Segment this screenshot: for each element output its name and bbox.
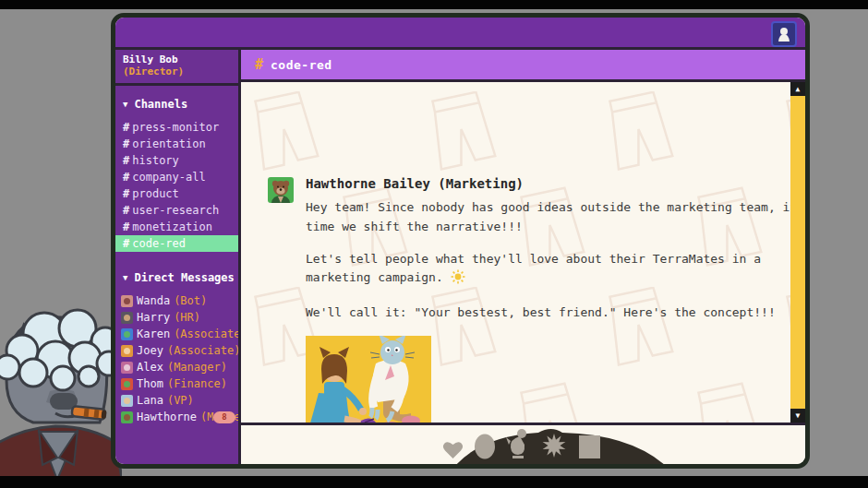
hash-icon: #: [123, 121, 129, 134]
dm-name: Lana: [137, 392, 163, 409]
dm-name: Harry: [137, 309, 170, 326]
thom-avatar-icon: [121, 378, 133, 390]
letterbox-bottom: [0, 476, 868, 488]
collapse-channels-icon[interactable]: ▼: [123, 100, 127, 109]
channel-press-monitor[interactable]: #press-monitor: [115, 119, 238, 136]
reactions-bar: [241, 425, 805, 464]
dm-label: Direct Messages: [134, 271, 234, 284]
hawthorne-avatar-icon: [121, 411, 133, 423]
channel-product[interactable]: #product: [115, 185, 238, 202]
current-user: Billy Bob (Director): [115, 50, 238, 86]
sidebar-lists: ▼ Channels #press-monitor #orientation #…: [115, 86, 238, 464]
channel-hash-icon: #: [255, 56, 263, 73]
channel-label: company-all: [132, 171, 205, 184]
channel-title: code-red: [271, 58, 332, 72]
dm-name: Wanda: [137, 292, 170, 309]
joey-avatar-icon: [121, 345, 133, 357]
dm-role: (HR): [174, 309, 200, 326]
collapse-dms-icon[interactable]: ▼: [123, 273, 127, 282]
dm-harry[interactable]: Harry (HR): [115, 309, 238, 326]
channel-label: orientation: [132, 137, 205, 150]
main-panel: # code-red: [241, 50, 805, 464]
current-user-role: (Director): [123, 65, 231, 77]
current-user-name: Billy Bob: [123, 54, 231, 65]
dm-wanda[interactable]: Wanda (Bot): [115, 292, 238, 309]
channel-user-research[interactable]: #user-research: [115, 202, 238, 219]
channel-company-all[interactable]: #company-all: [115, 169, 238, 185]
channel-monetization[interactable]: #monetization: [115, 219, 238, 235]
channel-orientation[interactable]: #orientation: [115, 136, 238, 152]
message-paragraph: Hey team! Since nobody has good ideas ou…: [306, 198, 805, 237]
dm-thom[interactable]: Thom (Finance): [115, 375, 238, 392]
dm-role: (Manager): [167, 359, 227, 375]
sun-icon: [451, 269, 465, 291]
channel-history[interactable]: #history: [115, 152, 238, 169]
dm-role: (VP): [167, 392, 194, 409]
hash-icon: #: [123, 237, 129, 250]
chat-area: ▲ ▼: [241, 82, 805, 425]
message-paragraph: Let's tell people what they'll love abou…: [306, 250, 805, 292]
hash-icon: #: [123, 220, 129, 233]
hash-icon: #: [123, 137, 129, 150]
dm-name: Alex: [137, 359, 163, 375]
channel-label: press-monitor: [132, 121, 219, 134]
chat-scrollbar[interactable]: ▲ ▼: [790, 82, 805, 423]
dm-name: Joey: [137, 342, 163, 359]
hash-icon: #: [123, 154, 129, 167]
unread-badge: 8: [213, 411, 235, 423]
harry-avatar-icon: [121, 312, 133, 324]
dm-section-header[interactable]: ▼ Direct Messages: [123, 271, 238, 284]
square-icon[interactable]: [578, 434, 601, 459]
channels-section-header[interactable]: ▼ Channels: [123, 98, 238, 111]
lana-avatar-icon: [121, 395, 133, 407]
wolf-character: [0, 303, 122, 483]
hash-icon: #: [123, 171, 129, 184]
sidebar: Billy Bob (Director) ▼ Channels #press-m…: [115, 50, 241, 464]
dm-role: (Associate): [167, 342, 238, 359]
hash-icon: #: [123, 204, 129, 217]
message-author: Hawthorne Bailey (Marketing): [306, 176, 805, 191]
channel-code-red-selected[interactable]: #code-red: [115, 235, 238, 252]
letterbox-top: [0, 0, 868, 9]
chick-icon[interactable]: [506, 428, 530, 459]
channel-label: user-research: [132, 204, 219, 217]
bear-avatar-icon: [268, 177, 294, 203]
scroll-up-icon[interactable]: ▲: [790, 82, 805, 96]
chat-message: Hawthorne Bailey (Marketing) Hey team! S…: [306, 176, 805, 425]
dm-role: (Bot): [174, 292, 207, 309]
campaign-concept-image[interactable]: [306, 336, 431, 425]
message-paragraph: We'll call it: "Your bestest, best frien…: [306, 304, 805, 323]
scroll-down-icon[interactable]: ▼: [790, 409, 805, 423]
channels-label: Channels: [134, 98, 187, 111]
burst-icon[interactable]: [540, 432, 568, 459]
heart-icon[interactable]: [442, 441, 464, 459]
channel-label: code-red: [132, 237, 186, 250]
hash-icon: #: [123, 187, 129, 200]
dm-joey[interactable]: Joey (Associate): [115, 342, 238, 359]
dm-name: Karen: [137, 326, 170, 342]
egg-icon[interactable]: [474, 433, 496, 459]
alex-avatar-icon: [121, 362, 133, 374]
dm-karen[interactable]: Karen (Associate): [115, 326, 238, 342]
dm-name: Hawthorne: [137, 409, 197, 425]
channel-label: monetization: [132, 220, 212, 233]
dm-role: (Finance): [167, 375, 227, 392]
dm-alex[interactable]: Alex (Manager): [115, 359, 238, 375]
dm-lana[interactable]: Lana (VP): [115, 392, 238, 409]
dm-hawthorne[interactable]: Hawthorne (Marketing) 8: [115, 409, 238, 425]
profile-avatar-icon[interactable]: [771, 21, 797, 47]
channel-label: history: [132, 154, 179, 167]
channel-label: product: [132, 187, 179, 200]
chat-app-window: Billy Bob (Director) ▼ Channels #press-m…: [111, 13, 810, 469]
scrollbar-thumb[interactable]: [790, 96, 805, 409]
channel-header: # code-red: [241, 50, 805, 82]
wanda-avatar-icon: [121, 295, 133, 307]
window-titlebar: [115, 18, 805, 50]
karen-avatar-icon: [121, 328, 133, 340]
dm-role: (Associate): [174, 326, 238, 342]
dm-name: Thom: [137, 375, 163, 392]
